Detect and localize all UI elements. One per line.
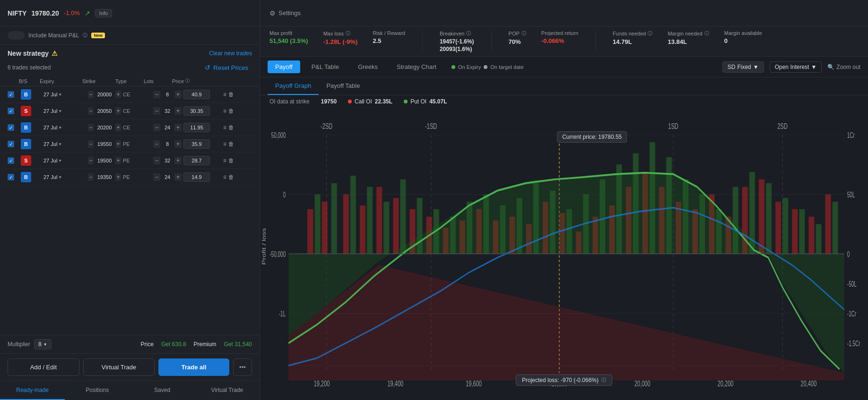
tab-pl-table[interactable]: P&L Table [304, 60, 347, 73]
tab-positions[interactable]: Positions [65, 381, 130, 400]
row-expiry-2[interactable]: 27 Jul ▼ [43, 125, 86, 130]
row-delete-2[interactable]: 🗑 [228, 124, 234, 131]
strike-minus-5[interactable]: − [88, 173, 94, 181]
strike-minus-0[interactable]: − [88, 91, 94, 98]
strike-plus-0[interactable]: + [115, 91, 121, 98]
lots-plus-0[interactable]: + [174, 91, 182, 98]
row-delete-4[interactable]: 🗑 [228, 157, 234, 164]
price-input-5[interactable] [183, 172, 210, 182]
lots-plus-3[interactable]: + [174, 140, 182, 148]
strike-minus-3[interactable]: − [88, 140, 94, 148]
price-value: Get 630.8 [161, 341, 186, 348]
lots-plus-2[interactable]: + [174, 124, 182, 131]
max-loss-info: ⓘ [346, 30, 350, 37]
row-menu-2[interactable]: ≡ [223, 124, 226, 131]
sub-tab-payoff-graph[interactable]: Payoff Graph [268, 77, 319, 95]
strike-plus-4[interactable]: + [115, 157, 121, 164]
table-row: ✓ B 27 Jul ▼ − 19550 + PE − 8 + ≡ 🗑 [0, 136, 260, 153]
row-menu-1[interactable]: ≡ [223, 108, 226, 114]
row-menu-0[interactable]: ≡ [223, 91, 226, 98]
strike-plus-5[interactable]: + [115, 173, 121, 181]
add-edit-button[interactable]: Add / Edit [8, 358, 79, 376]
oi-label: Open Interest [775, 64, 809, 70]
lots-minus-1[interactable]: − [153, 107, 160, 115]
trade-all-button[interactable]: Trade all [158, 358, 229, 376]
tab-payoff[interactable]: Payoff [268, 60, 300, 73]
price-input-2[interactable] [183, 123, 210, 132]
strike-minus-1[interactable]: − [88, 107, 94, 115]
row-bs-1[interactable]: S [21, 106, 31, 116]
tab-saved[interactable]: Saved [130, 381, 195, 400]
row-checkbox-3[interactable]: ✓ [8, 141, 14, 147]
svg-rect-88 [816, 224, 821, 254]
lots-plus-4[interactable]: + [174, 157, 182, 164]
svg-text:19,200: 19,200 [314, 379, 330, 388]
row-checkbox-2[interactable]: ✓ [8, 124, 14, 131]
lots-minus-5[interactable]: − [153, 173, 160, 181]
manual-pnl-toggle[interactable] [8, 31, 25, 40]
lots-minus-2[interactable]: − [153, 124, 160, 131]
tab-strategy-chart[interactable]: Strategy Chart [389, 60, 444, 73]
svg-rect-29 [360, 205, 365, 254]
price-input-0[interactable] [183, 90, 210, 99]
row-delete-0[interactable]: 🗑 [228, 91, 234, 98]
more-options-button[interactable]: ••• [233, 358, 252, 376]
strike-plus-1[interactable]: + [115, 107, 121, 115]
tab-greeks[interactable]: Greeks [350, 60, 385, 73]
row-delete-5[interactable]: 🗑 [228, 174, 234, 180]
lots-minus-0[interactable]: − [153, 91, 160, 98]
col-price: Price ⓘ [172, 78, 210, 84]
strike-minus-2[interactable]: − [88, 124, 94, 131]
strike-minus-4[interactable]: − [88, 157, 94, 164]
row-expiry-5[interactable]: 27 Jul ▼ [43, 174, 86, 180]
row-checkbox-1[interactable]: ✓ [8, 108, 14, 114]
row-checkbox-5[interactable]: ✓ [8, 174, 14, 180]
row-delete-1[interactable]: 🗑 [228, 108, 234, 114]
row-bs-0[interactable]: B [21, 89, 31, 100]
row-expiry-4[interactable]: 27 Jul ▼ [43, 158, 86, 163]
price-input-4[interactable] [183, 156, 210, 165]
row-bs-2[interactable]: B [21, 122, 31, 133]
lots-minus-4[interactable]: − [153, 157, 160, 164]
row-bs-4[interactable]: S [21, 155, 31, 166]
lots-minus-3[interactable]: − [153, 140, 160, 148]
tab-ready-made[interactable]: Ready-made [0, 381, 65, 400]
lots-plus-1[interactable]: + [174, 107, 182, 115]
pop-label: POP [509, 31, 520, 36]
row-checkbox-0[interactable]: ✓ [8, 91, 14, 98]
row-expiry-1[interactable]: 27 Jul ▼ [43, 108, 86, 114]
svg-text:20,000: 20,000 [634, 379, 651, 388]
row-bs-3[interactable]: B [21, 139, 31, 149]
svg-text:50,000: 50,000 [271, 131, 286, 139]
row-bs-5[interactable]: B [21, 172, 31, 182]
row-type-4: PE [123, 158, 151, 163]
virtual-trade-button[interactable]: Virtual Trade [83, 358, 155, 376]
refresh-icon: ↺ [205, 64, 210, 71]
row-delete-3[interactable]: 🗑 [228, 141, 234, 147]
strike-plus-3[interactable]: + [115, 140, 121, 148]
price-input-1[interactable] [183, 106, 210, 116]
funds-needed-label: Funds needed [613, 31, 646, 36]
strike-plus-2[interactable]: + [115, 124, 121, 131]
settings-button[interactable]: ⚙ Settings [269, 9, 301, 17]
row-strike-4: − 19500 + [88, 157, 121, 164]
multiplier-select[interactable]: 8 ▼ [34, 339, 52, 349]
oi-select[interactable]: Open Interest ▼ [770, 61, 822, 73]
sd-select[interactable]: SD Fixed ▼ [722, 61, 764, 73]
reset-prices-button[interactable]: ↺ Reset Prices [201, 62, 252, 73]
row-menu-5[interactable]: ≡ [223, 174, 226, 180]
clear-trades-button[interactable]: Clear new trades [209, 50, 252, 57]
tab-virtual-trade[interactable]: Virtual Trade [195, 381, 260, 400]
row-menu-3[interactable]: ≡ [223, 141, 226, 147]
row-expiry-3[interactable]: 27 Jul ▼ [43, 141, 86, 147]
lots-plus-5[interactable]: + [174, 173, 182, 181]
sub-tab-payoff-table[interactable]: Payoff Table [319, 77, 367, 95]
row-menu-4[interactable]: ≡ [223, 157, 226, 164]
svg-rect-55 [792, 209, 798, 254]
row-checkbox-4[interactable]: ✓ [8, 157, 14, 164]
row-expiry-0[interactable]: 27 Jul ▼ [43, 92, 86, 97]
info-button[interactable]: Info [95, 9, 112, 17]
zoom-out-button[interactable]: 🔍 Zoom out [827, 64, 860, 70]
svg-rect-26 [307, 209, 313, 254]
price-input-3[interactable] [183, 139, 210, 149]
